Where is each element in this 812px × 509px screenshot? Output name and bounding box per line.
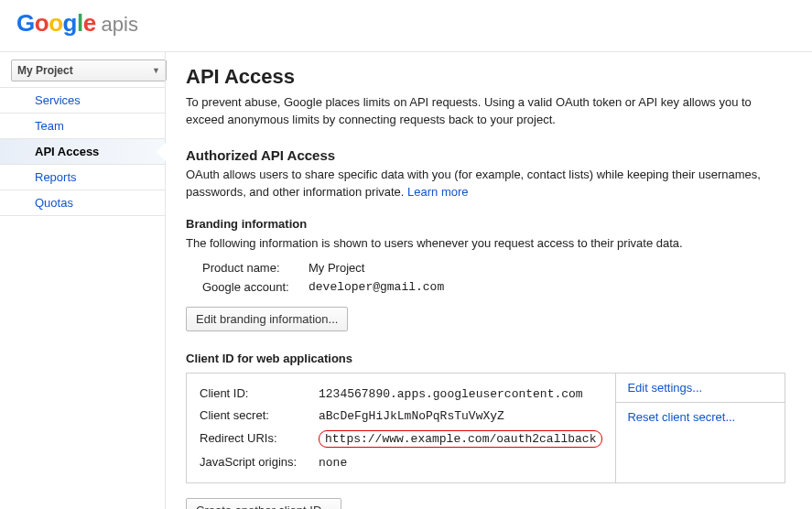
learn-more-link[interactable]: Learn more xyxy=(407,185,468,199)
branding-description: The following information is shown to us… xyxy=(186,236,785,250)
page-description: To prevent abuse, Google places limits o… xyxy=(186,94,785,129)
authorized-description: OAuth allows users to share specific dat… xyxy=(186,167,785,201)
client-secret-value: aBcDeFgHiJkLmNoPqRsTuVwXyZ xyxy=(319,409,504,423)
product-name-row: Product name: My Project xyxy=(186,261,785,275)
authorized-desc-text: OAuth allows users to share specific dat… xyxy=(186,168,761,199)
client-id-value: 1234567890.apps.googleusercontent.com xyxy=(319,387,583,401)
sidebar-item-quotas[interactable]: Quotas xyxy=(0,190,165,216)
create-client-id-button[interactable]: Create another client ID... xyxy=(186,498,341,509)
redirect-uris-label: Redirect URIs: xyxy=(200,431,319,445)
branding-heading: Branding information xyxy=(186,217,785,231)
reset-client-secret-link[interactable]: Reset client secret... xyxy=(616,403,785,431)
logo: Google apis xyxy=(16,9,138,38)
sidebar-label: Services xyxy=(35,93,81,107)
redirect-uris-value: https://www.example.com/oauth2callback xyxy=(319,430,602,448)
edit-branding-button[interactable]: Edit branding information... xyxy=(186,307,348,331)
sidebar-item-reports[interactable]: Reports xyxy=(0,165,165,190)
project-selector[interactable]: My Project ▼ xyxy=(11,60,167,81)
sidebar-item-team[interactable]: Team xyxy=(0,114,165,139)
header: Google apis xyxy=(0,0,812,43)
authorized-heading: Authorized API Access xyxy=(186,147,785,163)
sidebar-label: Team xyxy=(35,119,64,133)
sidebar-nav: Services Team API Access Reports Quotas xyxy=(0,87,165,216)
redirect-uris-row: Redirect URIs: https://www.example.com/o… xyxy=(200,427,602,451)
client-id-label: Client ID: xyxy=(200,386,319,400)
sidebar: My Project ▼ Services Team API Access Re… xyxy=(0,52,165,509)
top-divider xyxy=(0,43,812,52)
sidebar-label: Reports xyxy=(35,170,77,184)
client-id-box: Client ID: 1234567890.apps.googleusercon… xyxy=(186,373,785,483)
client-id-table: Client ID: 1234567890.apps.googleusercon… xyxy=(186,373,616,483)
main-content: API Access To prevent abuse, Google plac… xyxy=(165,52,806,509)
edit-settings-link[interactable]: Edit settings... xyxy=(616,374,785,403)
sidebar-item-services[interactable]: Services xyxy=(0,88,165,114)
google-account-value: developer@gmail.com xyxy=(309,280,444,294)
js-origins-label: JavaScript origins: xyxy=(200,455,319,469)
client-actions: Edit settings... Reset client secret... xyxy=(616,373,785,483)
google-account-label: Google account: xyxy=(202,280,309,294)
js-origins-row: JavaScript origins: none xyxy=(200,451,602,473)
logo-suffix: apis xyxy=(102,13,138,37)
client-id-row: Client ID: 1234567890.apps.googleusercon… xyxy=(200,383,602,405)
client-secret-row: Client secret: aBcDeFgHiJkLmNoPqRsTuVwXy… xyxy=(200,405,602,427)
google-account-row: Google account: developer@gmail.com xyxy=(186,280,785,294)
project-selector-label: My Project xyxy=(17,64,73,77)
client-id-heading: Client ID for web applications xyxy=(186,352,785,365)
js-origins-value: none xyxy=(319,456,347,470)
page-title: API Access xyxy=(186,65,785,89)
product-name-label: Product name: xyxy=(202,261,309,275)
product-name-value: My Project xyxy=(309,261,364,275)
chevron-down-icon: ▼ xyxy=(152,66,160,75)
client-secret-label: Client secret: xyxy=(200,408,319,422)
sidebar-label: Quotas xyxy=(35,196,73,210)
sidebar-item-api-access[interactable]: API Access xyxy=(0,139,165,165)
google-logo: Google xyxy=(16,9,96,38)
sidebar-label: API Access xyxy=(35,145,99,158)
